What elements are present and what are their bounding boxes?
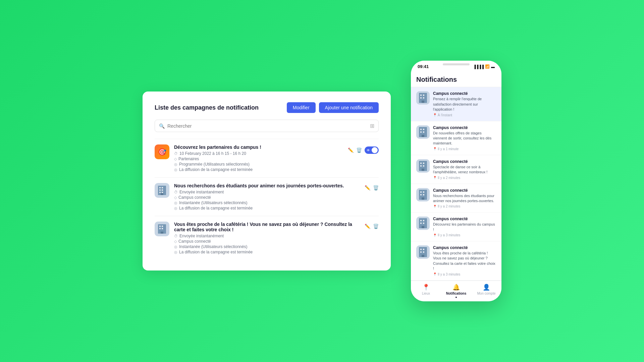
campaign-title-2: Nous recherchons des étudiants pour anim… xyxy=(174,183,360,188)
phone-notch xyxy=(443,63,470,65)
svg-rect-27 xyxy=(422,135,424,137)
meta-tag-1: ◇ Partenaires xyxy=(174,157,343,161)
account-icon: 👤 xyxy=(483,284,490,291)
notif-body-4: Campus connecté Nous recherchons des étu… xyxy=(433,188,496,208)
notif-sender-5: Campus connecté xyxy=(433,217,496,221)
lieux-icon: 📍 xyxy=(422,284,430,291)
button-group: Modifier Ajouter une notification xyxy=(287,102,379,113)
svg-rect-23 xyxy=(420,129,422,130)
notif-avatar-3 xyxy=(416,159,430,173)
nav-item-notifications[interactable]: 🔔 Notifications xyxy=(441,284,471,298)
svg-rect-20 xyxy=(422,101,424,103)
toggle-container-1[interactable]: 👁 xyxy=(365,146,379,154)
phone-device: 09:41 ▐▐▐▐ 📶 ▬ Notifications xyxy=(411,61,501,301)
notif-text-1: Pensez à remplir l'enquête de satisfacti… xyxy=(433,97,496,112)
svg-rect-26 xyxy=(423,131,424,133)
notif-avatar-5 xyxy=(416,217,430,230)
delete-icon-3[interactable]: 🗑️ xyxy=(373,224,379,229)
notification-item-3[interactable]: Campus connecté Spectacle de danse ce so… xyxy=(411,155,501,184)
notif-time-3: Il y a 2 minutes xyxy=(433,176,496,180)
svg-rect-54 xyxy=(423,251,424,253)
meta-audience-2: ◎ Instantanée (Utilisateurs sélectionnés… xyxy=(174,200,360,205)
svg-rect-38 xyxy=(423,191,424,193)
campaign-actions-1: ✏️ 🗑️ 👁 xyxy=(348,146,379,154)
delete-icon-2[interactable]: 🗑️ xyxy=(373,185,379,190)
nav-label-notifications: Notifications xyxy=(446,292,467,295)
building-svg-3 xyxy=(156,223,168,235)
delete-icon[interactable]: 🗑️ xyxy=(356,147,362,153)
campaign-actions-3: ✏️ 🗑️ xyxy=(365,224,379,229)
notif-building-svg-3 xyxy=(416,159,430,173)
svg-rect-24 xyxy=(423,129,424,130)
toggle-switch-1[interactable]: 👁 xyxy=(365,146,379,154)
edit-icon-3[interactable]: ✏️ xyxy=(365,224,370,229)
notification-item-6[interactable]: Campus connecté Vous êtes proche de la c… xyxy=(411,241,501,281)
notif-building-svg-5 xyxy=(416,217,430,230)
status-bar: 09:41 ▐▐▐▐ 📶 ▬ xyxy=(411,61,501,71)
status-icon-2: ◎ xyxy=(174,206,177,210)
edit-icon-2[interactable]: ✏️ xyxy=(365,185,370,190)
modifier-button[interactable]: Modifier xyxy=(287,102,316,113)
notif-building-svg-4 xyxy=(416,188,430,201)
tag-icon-2: ◇ xyxy=(174,195,177,200)
search-input[interactable] xyxy=(167,123,367,129)
battery-icon: ▬ xyxy=(491,65,495,69)
notif-body-6: Campus connecté Vous êtes proche de la c… xyxy=(433,245,496,276)
svg-rect-13 xyxy=(161,232,163,234)
notification-item-5[interactable]: Campus connecté Découvrez les partenaire… xyxy=(411,213,501,241)
nav-item-lieux[interactable]: 📍 Lieux xyxy=(411,284,441,298)
notif-building-svg-6 xyxy=(416,245,430,259)
clock-icon: ⏱ xyxy=(174,152,178,156)
campaign-avatar-1: 🎯 xyxy=(155,144,169,159)
notif-avatar-4 xyxy=(416,188,430,201)
meta-tag-2: ◇ Campus connecté xyxy=(174,195,360,200)
svg-rect-40 xyxy=(423,194,424,195)
campaign-item: 🎯 Découvrez les partenaires du campus ! … xyxy=(155,139,379,177)
audience-icon: ◎ xyxy=(174,162,177,167)
svg-rect-33 xyxy=(423,165,424,167)
campaign-title-1: Découvrez les partenaires du campus ! xyxy=(174,144,343,150)
svg-rect-2 xyxy=(162,187,163,188)
bottom-nav: 📍 Lieux 🔔 Notifications 👤 Mon compte xyxy=(411,281,501,301)
campaign-content-3: Vous êtes proche de la cafétéria ! Vous … xyxy=(174,222,360,254)
campaign-avatar-2 xyxy=(155,183,169,198)
notif-time-5: Il y a 3 minutes xyxy=(433,233,496,237)
svg-rect-18 xyxy=(420,97,422,99)
notif-text-2: De nouvelles offres de stages viennent d… xyxy=(433,131,496,146)
svg-rect-1 xyxy=(159,187,161,188)
nav-item-account[interactable]: 👤 Mon compte xyxy=(471,284,501,298)
notif-body-1: Campus connecté Pensez à remplir l'enquê… xyxy=(433,91,496,117)
svg-rect-31 xyxy=(423,163,424,164)
campaign-meta-2: ⏱ Envoyée instantanément ◇ Campus connec… xyxy=(174,190,360,210)
svg-rect-9 xyxy=(159,226,161,227)
nav-label-lieux: Lieux xyxy=(422,292,430,295)
notification-list: Campus connecté Pensez à remplir l'enquê… xyxy=(411,87,501,280)
audience-icon-2: ◎ xyxy=(174,201,177,205)
notification-item-1[interactable]: Campus connecté Pensez à remplir l'enquê… xyxy=(411,87,501,121)
notif-building-svg-2 xyxy=(416,125,430,139)
svg-rect-53 xyxy=(420,251,422,253)
svg-rect-51 xyxy=(420,249,422,250)
add-notification-button[interactable]: Ajouter une notification xyxy=(319,102,379,113)
search-icon: 🔍 xyxy=(159,123,165,129)
svg-rect-4 xyxy=(162,189,163,191)
svg-rect-5 xyxy=(159,192,161,193)
search-bar: 🔍 ⊞ xyxy=(155,120,379,132)
svg-rect-48 xyxy=(422,226,424,228)
svg-rect-41 xyxy=(422,197,424,200)
meta-status-3: ◎ La diffusion de la campagne est termin… xyxy=(174,250,360,254)
campaign-content-1: Découvrez les partenaires du campus ! ⏱ … xyxy=(174,144,343,172)
edit-icon[interactable]: ✏️ xyxy=(348,147,354,153)
svg-rect-55 xyxy=(422,255,424,257)
notification-item-2[interactable]: Campus connecté De nouvelles offres de s… xyxy=(411,121,501,155)
panel-title: Liste des campagnes de notification xyxy=(155,104,259,111)
svg-rect-6 xyxy=(162,192,163,193)
svg-rect-37 xyxy=(420,191,422,193)
notif-sender-1: Campus connecté xyxy=(433,91,496,96)
notification-item-4[interactable]: Campus connecté Nous recherchons des étu… xyxy=(411,184,501,213)
phone-app-title: Notifications xyxy=(416,76,496,83)
svg-rect-30 xyxy=(420,163,422,164)
meta-tag-3: ◇ Campus connecté xyxy=(174,239,360,244)
filter-icon[interactable]: ⊞ xyxy=(370,123,374,129)
meta-status-1: ◎ La diffusion de la campagne est termin… xyxy=(174,167,343,172)
